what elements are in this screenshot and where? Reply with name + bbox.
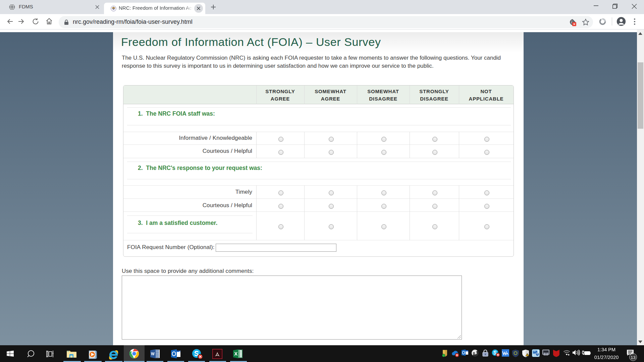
svg-text:D: D: [475, 352, 477, 355]
